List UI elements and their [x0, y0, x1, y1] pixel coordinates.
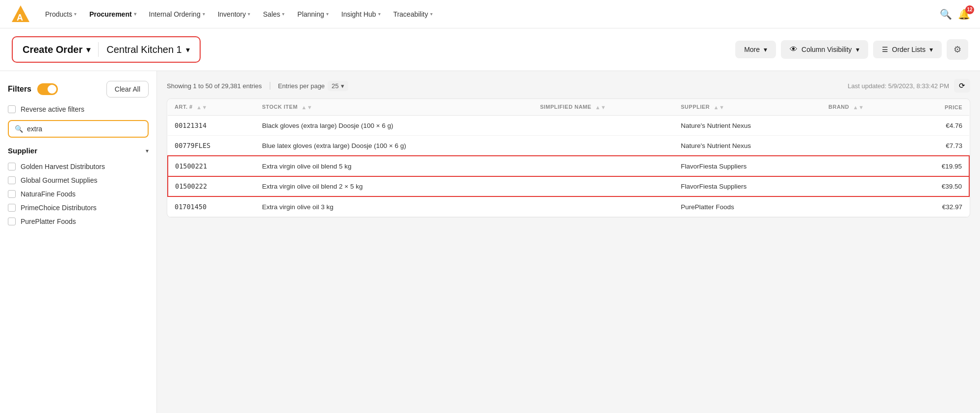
cell-price: €32.97: [908, 196, 969, 217]
table-row: 00779FLES Blue latex gloves (extra large…: [168, 136, 969, 156]
per-page-dropdown[interactable]: 25 ▾: [328, 81, 348, 91]
cell-art: 01701450: [168, 196, 255, 217]
col-brand[interactable]: BRAND ▲▼: [822, 99, 908, 116]
cell-supplier: Nature's Nutrient Nexus: [674, 136, 822, 156]
nav-item-traceability[interactable]: Traceability ▾: [387, 6, 438, 22]
nav-item-sales[interactable]: Sales ▾: [257, 6, 290, 22]
refresh-button[interactable]: ⟳: [954, 79, 970, 93]
nav-item-planning[interactable]: Planning ▾: [291, 6, 335, 22]
per-page-selector: Entries per page 25 ▾: [278, 81, 348, 91]
app-logo[interactable]: A: [10, 3, 31, 25]
table-wrapper: ART. # ▲▼ STOCK ITEM ▲▼ SIMPLIFIED NAME …: [167, 98, 970, 218]
cell-price: €7.73: [908, 136, 969, 156]
sidebar: Filters Clear All Reverse active filters…: [0, 71, 157, 413]
search-icon[interactable]: 🔍: [940, 8, 952, 20]
column-visibility-button[interactable]: 👁 Column Visibility ▾: [781, 40, 868, 59]
reverse-filter-row: Reverse active filters: [8, 105, 149, 113]
col-art-num[interactable]: ART. # ▲▼: [168, 99, 255, 116]
cell-simplified-name: [533, 196, 674, 217]
last-updated: Last updated: 5/9/2023, 8:33:42 PM: [848, 82, 949, 90]
cell-price: €39.50: [908, 176, 969, 197]
supplier-checkbox-3[interactable]: [8, 190, 16, 198]
chevron-down-icon: ▾: [86, 45, 90, 54]
sort-icon: ▲▼: [196, 104, 207, 110]
col-simplified-name[interactable]: SIMPLIFIED NAME ▲▼: [533, 99, 674, 116]
col-price: PRICE: [908, 99, 969, 116]
nav-item-procurement[interactable]: Procurement ▾: [83, 6, 142, 22]
filters-toggle[interactable]: [37, 83, 58, 95]
list-item: Golden Harvest Distributors: [8, 160, 149, 173]
location-selector[interactable]: Central Kitchen 1 ▾: [106, 44, 189, 55]
table-area: Showing 1 to 50 of 29,381 entries Entrie…: [157, 71, 980, 413]
supplier-name: Golden Harvest Distributors: [21, 163, 105, 170]
nav-item-products[interactable]: Products ▾: [39, 6, 82, 22]
reverse-filter-label: Reverse active filters: [21, 105, 84, 113]
filters-title-row: Filters: [8, 83, 58, 95]
table-meta: Showing 1 to 50 of 29,381 entries Entrie…: [167, 79, 970, 93]
reverse-filter-checkbox[interactable]: [8, 105, 16, 113]
cell-brand: [822, 196, 908, 217]
cell-brand: [822, 176, 908, 197]
nav-item-insight-hub[interactable]: Insight Hub ▾: [335, 6, 387, 22]
col-supplier[interactable]: SUPPLIER ▲▼: [674, 99, 822, 116]
sort-icon: ▲▼: [853, 104, 864, 110]
cell-stock-item: Black gloves (extra large) Doosje (100 ×…: [255, 116, 533, 136]
chevron-down-icon: ▾: [430, 11, 433, 17]
more-button[interactable]: More ▾: [735, 41, 776, 58]
col-stock-item[interactable]: STOCK ITEM ▲▼: [255, 99, 533, 116]
supplier-checkbox-2[interactable]: [8, 176, 16, 184]
chevron-down-icon: ▾: [186, 45, 190, 54]
cell-art: 00121314: [168, 116, 255, 136]
order-lists-button[interactable]: ☰ Order Lists ▾: [873, 41, 942, 58]
cell-stock-item: Blue latex gloves (extra large) Doosje (…: [255, 136, 533, 156]
settings-icon: ⚙: [954, 45, 961, 54]
cell-supplier: FlavorFiesta Suppliers: [674, 156, 822, 176]
table-meta-right: Last updated: 5/9/2023, 8:33:42 PM ⟳: [848, 79, 970, 93]
settings-button[interactable]: ⚙: [947, 39, 968, 60]
nav-item-internal-ordering[interactable]: Internal Ordering ▾: [143, 6, 211, 22]
supplier-header[interactable]: Supplier ▾: [8, 146, 149, 155]
divider: [98, 42, 99, 57]
nav-item-inventory[interactable]: Inventory ▾: [212, 6, 257, 22]
refresh-icon: ⟳: [959, 81, 965, 90]
notifications-button[interactable]: 🔔 12: [958, 8, 970, 20]
chevron-down-icon: ▾: [378, 11, 381, 17]
cell-price: €4.76: [908, 116, 969, 136]
supplier-checkbox-1[interactable]: [8, 163, 16, 170]
list-icon: ☰: [882, 46, 888, 53]
toggle-knob: [48, 85, 56, 94]
cell-brand: [822, 156, 908, 176]
supplier-name: NaturaFine Foods: [21, 190, 76, 198]
chevron-down-icon: ▾: [248, 11, 250, 17]
table-header: ART. # ▲▼ STOCK ITEM ▲▼ SIMPLIFIED NAME …: [168, 99, 969, 116]
nav-items: Products ▾ Procurement ▾ Internal Orderi…: [39, 6, 938, 22]
cell-stock-item: Extra virgin olive oil 3 kg: [255, 196, 533, 217]
table-row: 01701450 Extra virgin olive oil 3 kg Pur…: [168, 196, 969, 217]
chevron-down-icon: ▾: [146, 147, 149, 154]
chevron-down-icon: ▾: [341, 82, 344, 90]
list-item: Global Gourmet Supplies: [8, 173, 149, 187]
supplier-checkbox-5[interactable]: [8, 218, 16, 225]
search-icon: 🔍: [15, 125, 23, 133]
cell-stock-item: Extra virgin olive oil blend 5 kg: [255, 156, 533, 176]
cell-art: 01500222: [168, 176, 255, 197]
chevron-down-icon: ▾: [282, 11, 284, 17]
chevron-down-icon: ▾: [134, 11, 136, 17]
cell-brand: [822, 116, 908, 136]
supplier-checkbox-4[interactable]: [8, 204, 16, 212]
create-order-button[interactable]: Create Order ▾: [23, 44, 90, 55]
list-item: NaturaFine Foods: [8, 187, 149, 201]
cell-simplified-name: [533, 176, 674, 197]
table-body: 00121314 Black gloves (extra large) Doos…: [168, 116, 969, 217]
table-row: 01500221 Extra virgin olive oil blend 5 …: [168, 156, 969, 176]
clear-all-button[interactable]: Clear All: [106, 81, 149, 97]
filters-header: Filters Clear All: [8, 81, 149, 97]
cell-simplified-name: [533, 116, 674, 136]
filter-search-input[interactable]: [27, 125, 142, 133]
chevron-down-icon: ▾: [856, 46, 859, 53]
filters-label: Filters: [8, 85, 31, 94]
cell-price: €19.95: [908, 156, 969, 176]
navbar: A Products ▾ Procurement ▾ Internal Orde…: [0, 0, 980, 28]
cell-supplier: Nature's Nutrient Nexus: [674, 116, 822, 136]
filter-search-box: 🔍: [8, 120, 149, 138]
